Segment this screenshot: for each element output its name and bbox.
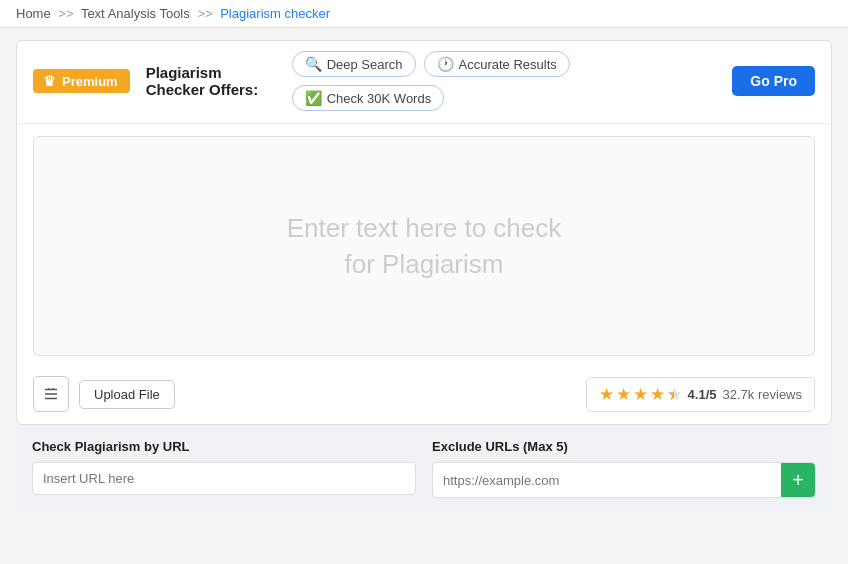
exclude-url-input-wrapper: + xyxy=(432,462,816,498)
rating-value: 4.1/5 xyxy=(688,387,717,402)
premium-banner: Premium PlagiarismChecker Offers: 🔍 Deep… xyxy=(17,41,831,124)
add-url-button[interactable]: + xyxy=(781,463,815,497)
premium-label: Premium xyxy=(62,74,118,89)
star-1: ★ xyxy=(599,384,614,405)
breadcrumb: Home >> Text Analysis Tools >> Plagiaris… xyxy=(0,0,848,28)
exclude-url-section: Exclude URLs (Max 5) + xyxy=(432,439,816,498)
upload-label: Upload File xyxy=(94,387,160,402)
checker-label: PlagiarismChecker Offers: xyxy=(146,64,276,98)
check-url-input[interactable] xyxy=(33,463,415,494)
main-container: Premium PlagiarismChecker Offers: 🔍 Deep… xyxy=(0,28,848,524)
premium-badge: Premium xyxy=(33,69,130,93)
check-30k-icon: ✅ xyxy=(305,90,322,106)
toolbar-left: Upload File xyxy=(33,376,175,412)
exclude-url-title: Exclude URLs (Max 5) xyxy=(432,439,816,454)
star-4: ★ xyxy=(650,384,665,405)
rating-section: ★ ★ ★ ★ ★ ★ 4.1/5 32.7k reviews xyxy=(586,377,815,412)
feature-check-30k: ✅ Check 30K Words xyxy=(292,85,445,111)
star-half: ★ ★ xyxy=(667,384,682,405)
rating-count: 32.7k reviews xyxy=(723,387,802,402)
star-2: ★ xyxy=(616,384,631,405)
feature-accurate-results-label: Accurate Results xyxy=(459,57,557,72)
plagiarism-card: Premium PlagiarismChecker Offers: 🔍 Deep… xyxy=(16,40,832,425)
feature-deep-search: 🔍 Deep Search xyxy=(292,51,416,77)
features-list: 🔍 Deep Search 🕐 Accurate Results ✅ Check… xyxy=(292,51,717,111)
check-url-section: Check Plagiarism by URL xyxy=(32,439,416,498)
go-pro-button[interactable]: Go Pro xyxy=(732,66,815,96)
text-area-box[interactable]: Enter text here to check for Plagiarism xyxy=(33,136,815,356)
bottom-section: Check Plagiarism by URL Exclude URLs (Ma… xyxy=(16,425,832,512)
feature-check-30k-label: Check 30K Words xyxy=(327,91,432,106)
exclude-url-input[interactable] xyxy=(433,465,781,496)
accurate-results-icon: 🕐 xyxy=(437,56,454,72)
breadcrumb-home[interactable]: Home xyxy=(16,6,51,21)
textarea-placeholder: Enter text here to check for Plagiarism xyxy=(247,170,602,323)
breadcrumb-sep2: >> xyxy=(197,6,212,21)
check-url-title: Check Plagiarism by URL xyxy=(32,439,416,454)
deep-search-icon: 🔍 xyxy=(305,56,322,72)
breadcrumb-text-analysis[interactable]: Text Analysis Tools xyxy=(81,6,190,21)
toolbar-row: Upload File ★ ★ ★ ★ ★ ★ 4.1/5 32.7k revi… xyxy=(17,368,831,424)
breadcrumb-current: Plagiarism checker xyxy=(220,6,330,21)
text-icon-button[interactable] xyxy=(33,376,69,412)
check-url-input-wrapper xyxy=(32,462,416,495)
feature-deep-search-label: Deep Search xyxy=(327,57,403,72)
feature-accurate-results: 🕐 Accurate Results xyxy=(424,51,570,77)
star-rating: ★ ★ ★ ★ ★ ★ xyxy=(599,384,682,405)
breadcrumb-sep1: >> xyxy=(58,6,73,21)
upload-file-button[interactable]: Upload File xyxy=(79,380,175,409)
text-area-wrapper: Enter text here to check for Plagiarism xyxy=(17,136,831,356)
star-3: ★ xyxy=(633,384,648,405)
